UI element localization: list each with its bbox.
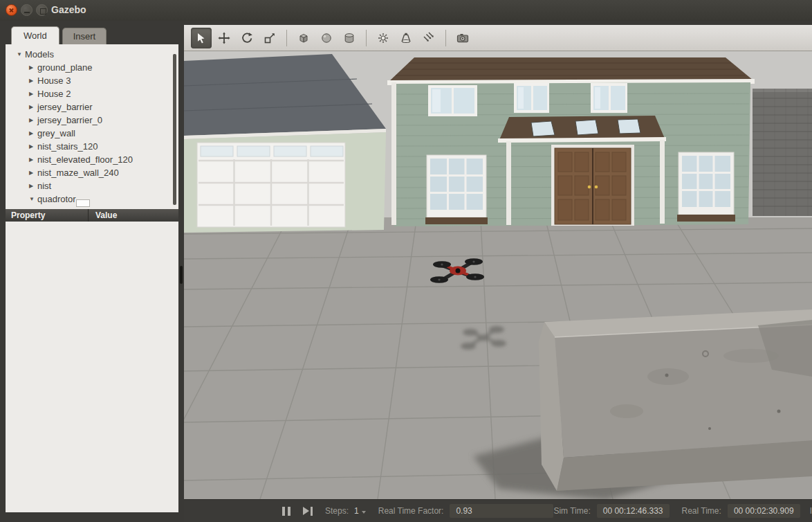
toolbar-separator xyxy=(445,30,446,46)
tree-item-label: grey_wall xyxy=(37,128,75,138)
toolbar-separator xyxy=(286,30,287,46)
tree-item-label: jersey_barrier_0 xyxy=(37,115,102,125)
point-light-icon xyxy=(377,32,389,44)
camera-icon xyxy=(456,32,469,44)
step-button[interactable] xyxy=(303,507,313,516)
statusbar: Steps: 1 Real Time Factor: 0.93 Sim Time… xyxy=(184,499,812,522)
tree-item-label: House 3 xyxy=(37,75,71,86)
expand-arrow-icon[interactable]: ▶ xyxy=(29,143,37,150)
tree-item-house-2[interactable]: ▶ House 2 xyxy=(6,87,178,100)
splitter[interactable] xyxy=(178,25,184,512)
viewport: Steps: 1 Real Time Factor: 0.93 Sim Time… xyxy=(184,25,812,522)
expand-arrow-icon[interactable]: ▶ xyxy=(29,130,37,136)
scale-tool-button[interactable] xyxy=(259,28,280,48)
expand-arrow-icon[interactable]: ▼ xyxy=(17,51,25,57)
sphere-shape-button[interactable] xyxy=(316,28,337,48)
tree-item-quadrotor[interactable]: ▼ quadrotor xyxy=(6,192,178,206)
expand-arrow-icon[interactable]: ▶ xyxy=(29,64,37,71)
tree-item-label: ground_plane xyxy=(37,62,93,73)
close-button[interactable] xyxy=(6,4,17,16)
point-light-button[interactable] xyxy=(373,28,394,48)
rotate-tool-button[interactable] xyxy=(237,28,257,48)
model-house-2[interactable] xyxy=(387,57,755,226)
titlebar[interactable]: Gazebo xyxy=(0,0,812,21)
gazebo-window: Gazebo World Insert ▼ Models ▶ ground_pl… xyxy=(0,0,812,522)
expand-arrow-icon[interactable]: ▶ xyxy=(29,78,37,84)
expand-arrow-icon[interactable]: ▶ xyxy=(29,104,37,110)
spot-light-icon xyxy=(400,32,412,44)
viewport-3d[interactable] xyxy=(184,51,812,499)
screenshot-button[interactable] xyxy=(452,28,473,48)
tab-world[interactable]: World xyxy=(11,26,59,44)
tree-item-nist-elevated-floor-120[interactable]: ▶ nist_elevated_floor_120 xyxy=(6,153,178,166)
sidebar: World Insert ▼ Models ▶ ground_plane ▶ H… xyxy=(6,25,178,512)
tree-item-label: quadrotor xyxy=(37,194,76,204)
window-title: Gazebo xyxy=(51,4,86,15)
tree-item-house-3[interactable]: ▶ House 3 xyxy=(6,74,178,87)
steps-spinbox[interactable]: 1 xyxy=(354,506,366,516)
box-shape-button[interactable] xyxy=(293,28,314,48)
rtf-value: 0.93 xyxy=(450,504,553,518)
steps-value: 1 xyxy=(354,506,359,516)
expand-arrow-icon[interactable]: ▶ xyxy=(29,170,37,176)
tree-item-jersey-barrier-0[interactable]: ▶ jersey_barrier_0 xyxy=(6,114,178,127)
rtf-label: Real Time Factor: xyxy=(378,506,444,516)
minimize-button[interactable] xyxy=(21,4,33,16)
tree-item-label: Models xyxy=(25,49,54,60)
scale-icon xyxy=(264,32,276,44)
cylinder-shape-button[interactable] xyxy=(339,28,360,48)
inline-edit-field[interactable] xyxy=(76,199,90,207)
tree-item-label: jersey_barrier xyxy=(37,102,92,112)
model-grey-wall[interactable] xyxy=(753,89,812,216)
tree-item-jersey-barrier[interactable]: ▶ jersey_barrier xyxy=(6,100,178,114)
tree-item-label: nist_elevated_floor_120 xyxy=(37,154,133,165)
toolbar-separator xyxy=(366,30,367,46)
directional-light-button[interactable] xyxy=(418,28,439,48)
tree-item-label: nist_stairs_120 xyxy=(37,141,98,152)
expand-arrow-icon[interactable]: ▶ xyxy=(29,117,37,123)
expand-arrow-icon[interactable]: ▶ xyxy=(29,156,37,163)
real-time-label: Real Time: xyxy=(682,506,721,516)
tree-item-nist[interactable]: ▶ nist xyxy=(6,179,178,192)
real-time-value: 00 00:02:30.909 xyxy=(728,504,800,518)
cylinder-icon xyxy=(343,32,356,44)
expand-arrow-icon[interactable]: ▼ xyxy=(29,196,37,202)
sidebar-tabbar: World Insert xyxy=(6,25,178,44)
expand-arrow-icon[interactable]: ▶ xyxy=(29,183,37,189)
directional-light-icon xyxy=(423,32,435,44)
expand-arrow-icon[interactable]: ▶ xyxy=(29,91,37,97)
select-icon xyxy=(195,32,207,44)
sim-time-value: 00 00:12:46.333 xyxy=(597,504,670,518)
sim-time-label: Sim Time: xyxy=(553,506,590,516)
steps-label: Steps: xyxy=(325,506,349,516)
spot-light-button[interactable] xyxy=(396,28,416,48)
tab-insert[interactable]: Insert xyxy=(62,28,107,44)
rotate-icon xyxy=(241,32,253,44)
model-jersey-barrier[interactable] xyxy=(539,309,812,491)
select-tool-button[interactable] xyxy=(191,28,212,48)
model-tree: ▼ Models ▶ ground_plane ▶ House 3 ▶ Hous… xyxy=(6,44,178,206)
spinner-down-icon[interactable] xyxy=(362,511,366,514)
tree-item-ground-plane[interactable]: ▶ ground_plane xyxy=(6,61,178,74)
tree-item-nist-maze-wall-240[interactable]: ▶ nist_maze_wall_240 xyxy=(6,166,178,179)
iterations-label: Itera xyxy=(810,506,812,516)
sphere-icon xyxy=(320,32,333,44)
tree-item-nist-stairs-120[interactable]: ▶ nist_stairs_120 xyxy=(6,140,178,153)
maximize-button[interactable] xyxy=(36,4,48,16)
box-icon xyxy=(297,32,310,44)
tree-item-label: House 2 xyxy=(37,89,71,99)
property-column-header: Property xyxy=(6,209,89,222)
value-column-header: Value xyxy=(89,210,117,220)
pause-button[interactable] xyxy=(282,507,290,516)
translate-tool-button[interactable] xyxy=(214,28,234,48)
splitter-grip-icon[interactable] xyxy=(180,266,183,284)
tree-item-grey-wall[interactable]: ▶ grey_wall xyxy=(6,127,178,140)
sidebar-body: ▼ Models ▶ ground_plane ▶ House 3 ▶ Hous… xyxy=(6,44,178,512)
translate-icon xyxy=(218,32,230,44)
tree-item-label: nist_maze_wall_240 xyxy=(37,168,119,178)
tree-item-models[interactable]: ▼ Models xyxy=(6,48,178,61)
viewport-toolbar xyxy=(184,25,812,51)
tree-scrollbar[interactable] xyxy=(173,54,176,205)
property-table-body xyxy=(6,222,178,512)
tree-item-label: nist xyxy=(37,181,51,191)
